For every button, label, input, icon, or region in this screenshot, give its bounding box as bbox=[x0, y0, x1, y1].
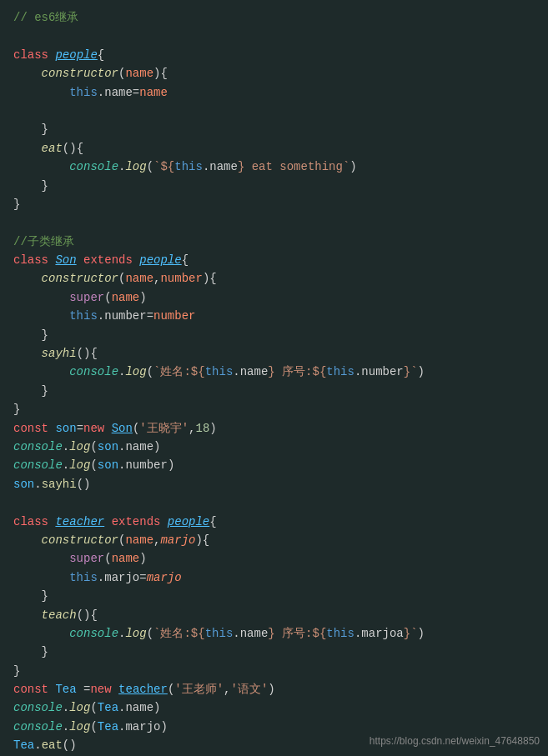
eat-console: console.log(`${this.name} eat something`… bbox=[13, 158, 535, 176]
console-tea-name: console.log(Tea.name) bbox=[13, 698, 535, 717]
constructor-close: } bbox=[13, 120, 535, 138]
teach-method: teach(){ bbox=[13, 606, 535, 624]
const-tea: const Tea =new teacher('王老师','语文') bbox=[13, 680, 535, 698]
constructor-teacher-close: } bbox=[13, 587, 535, 605]
comment-es6: // es6继承 bbox=[13, 8, 535, 27]
class-people-decl: class people{ bbox=[13, 46, 535, 64]
blank-3 bbox=[13, 213, 535, 232]
constructor-people: constructor(name){ bbox=[13, 64, 535, 83]
sayhi-close: } bbox=[13, 382, 535, 400]
teach-console: console.log(`姓名:${this.name} 序号:${this.m… bbox=[13, 624, 535, 643]
class-son-decl: class Son extends people{ bbox=[13, 251, 535, 269]
this-name: this.name=name bbox=[13, 83, 535, 102]
blank-2 bbox=[13, 102, 535, 120]
eat-method: eat(){ bbox=[13, 139, 535, 158]
constructor-teacher: constructor(name,marjo){ bbox=[13, 531, 535, 549]
console-son-name: console.log(son.name) bbox=[13, 438, 535, 456]
class-people-close: } bbox=[13, 195, 535, 213]
eat-close: } bbox=[13, 177, 535, 195]
comment-subclass: //子类继承 bbox=[13, 233, 535, 251]
this-marjo: this.marjo=marjo bbox=[13, 568, 535, 587]
super-son: super(name) bbox=[13, 288, 535, 307]
class-teacher-decl: class teacher extends people{ bbox=[13, 513, 535, 531]
class-son-close: } bbox=[13, 400, 535, 418]
teach-close: } bbox=[13, 643, 535, 661]
class-teacher-close: } bbox=[13, 662, 535, 680]
blank-4 bbox=[13, 493, 535, 512]
sayhi-method: sayhi(){ bbox=[13, 344, 535, 363]
super-teacher: super(name) bbox=[13, 549, 535, 568]
son-sayhi-call: son.sayhi() bbox=[13, 475, 535, 493]
code-editor: // es6继承 class people{ constructor(name)… bbox=[0, 0, 548, 756]
const-son: const son=new Son('王晓宇',18) bbox=[13, 419, 535, 438]
sayhi-console: console.log(`姓名:${this.name} 序号:${this.n… bbox=[13, 363, 535, 381]
blank-1 bbox=[13, 27, 535, 45]
console-son-number: console.log(son.number) bbox=[13, 456, 535, 474]
constructor-son-close: } bbox=[13, 326, 535, 344]
constructor-son: constructor(name,number){ bbox=[13, 269, 535, 288]
this-number: this.number=number bbox=[13, 307, 535, 325]
footer-url: https://blog.csdn.net/weixin_47648850 bbox=[370, 733, 540, 749]
